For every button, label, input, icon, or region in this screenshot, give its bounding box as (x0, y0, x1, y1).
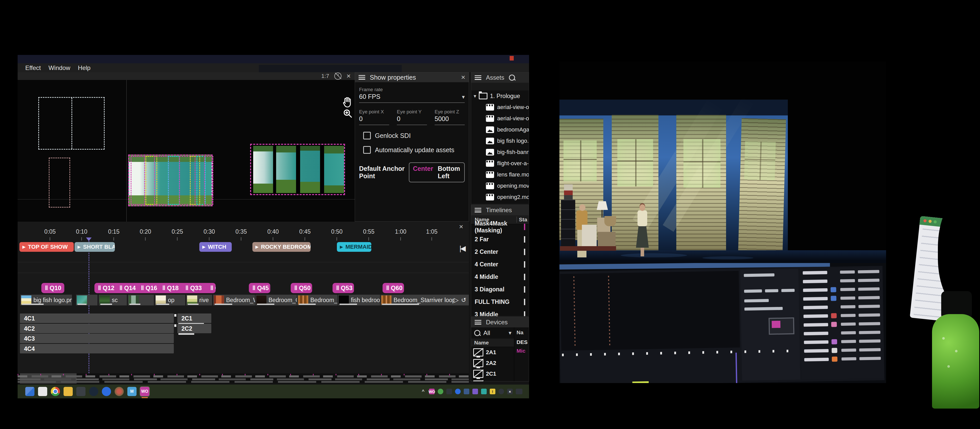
system-tray-icon-tray-green[interactable] (438, 389, 443, 394)
media-clip[interactable]: op ▷ ↺ (154, 295, 185, 305)
media-clip[interactable]: Bedroom_Ca ▷ ↺ (255, 295, 297, 305)
display-region-outline[interactable] (154, 156, 169, 205)
menu-item[interactable]: Help (78, 64, 90, 72)
panel-menu-icon[interactable] (475, 320, 481, 325)
display-region-outline[interactable] (130, 156, 145, 205)
display-region-outline[interactable] (204, 156, 213, 205)
track-block[interactable]: 4C3 (20, 334, 174, 343)
menu-item[interactable]: Window (48, 64, 70, 72)
river-media-layer-sliced[interactable] (250, 144, 345, 195)
river-media-layer[interactable] (128, 155, 213, 206)
system-tray-icon-tray-warning[interactable]: ! (490, 389, 495, 394)
asset-item-flight-over-a-mou[interactable]: flight-over-a-mou (471, 158, 529, 169)
cue-pause-block[interactable]: ‖ Q10 (41, 283, 64, 293)
media-clip[interactable]: rive ▷ ↺ (186, 295, 212, 305)
system-tray-icon-tray-bluetooth[interactable] (455, 389, 461, 394)
taskbar-icon-media-app[interactable] (115, 387, 124, 396)
asset-item-bedroomAgainC[interactable]: bedroomAgainC (471, 124, 529, 136)
playhead-line[interactable] (89, 241, 89, 373)
media-clip[interactable]: ▷ ↺ (76, 295, 97, 305)
asset-folder-row[interactable]: ▾ 1. Prologue (471, 90, 529, 102)
device-row-2C2[interactable]: 2C2 (471, 379, 514, 381)
devices-right-col-header[interactable]: Na (517, 329, 523, 335)
asset-item-aerial-view-of-stu[interactable]: aerial-view-of-stu (471, 113, 529, 124)
eye-point-x-field[interactable]: Eye point X 0 (359, 109, 389, 125)
asset-item-aerial-view-of-a-c[interactable]: aerial-view-of-a-c (471, 102, 529, 113)
system-tray-icon-tray-camera[interactable] (446, 389, 452, 394)
media-clip[interactable]: ▷ ↺ (127, 295, 154, 305)
anchor-point-segmented-control[interactable]: Center Bottom Left (409, 163, 465, 182)
cue-pause-block[interactable]: ‖ Q60 (383, 283, 404, 293)
menu-item[interactable]: Effect (25, 64, 41, 72)
checkbox-icon[interactable] (363, 146, 371, 154)
device-row-2C1[interactable]: 2C1 (471, 368, 514, 379)
timeline-overview-strip[interactable] (18, 373, 469, 384)
system-tray-icon-tray-teal[interactable] (481, 389, 487, 394)
media-clip[interactable]: Bedroom_S ▷ ↺ (297, 295, 337, 305)
media-clip[interactable]: fish bedroom 2 ▷ ↺ (337, 295, 380, 305)
taskbar-icon-m-app[interactable]: M (127, 387, 137, 396)
track-block[interactable]: 4C4 (20, 344, 174, 353)
asset-item-opening.mov[interactable]: opening.mov (471, 180, 529, 191)
device-row-2A1[interactable]: 2A1 (471, 347, 514, 358)
system-tray-icon-tray-purple[interactable] (473, 389, 478, 394)
timeline-close-button[interactable]: × (459, 223, 463, 230)
taskbar-icon-start[interactable] (25, 387, 35, 396)
devices-filter[interactable]: All ▾ (471, 327, 514, 339)
anchor-center-option[interactable]: Center (413, 165, 433, 180)
track-block-2c[interactable]: 2C2 (177, 324, 211, 333)
cue-label-chip[interactable]: ▶ TOP OF SHOW (19, 242, 74, 252)
anchor-bottom-left-option[interactable]: Bottom Left (438, 165, 461, 180)
asset-item-big fish logo.png[interactable]: big fish logo.png (471, 136, 529, 147)
cue-pause-block[interactable]: ‖ Q53 (332, 283, 354, 293)
panel-menu-icon[interactable] (475, 208, 481, 212)
eye-point-y-field[interactable]: Eye point Y 0 (397, 109, 427, 125)
panel-menu-icon[interactable] (475, 75, 481, 80)
clip-play-icon[interactable]: ▷ (454, 297, 458, 304)
taskbar-icon-shield-app[interactable] (76, 387, 86, 396)
track-block[interactable]: 4C1 (20, 314, 174, 323)
asset-item-lens flare.mov[interactable]: lens flare.mov (471, 169, 529, 180)
media-clip[interactable]: Bedroom_Witch_S ▷ ↺ (213, 295, 255, 305)
system-tray-icon-tray-battery[interactable] (516, 389, 522, 394)
skip-to-start-icon[interactable]: |◀ (460, 244, 465, 252)
checkbox-icon[interactable] (363, 132, 371, 139)
frame-rate-field[interactable]: Frame rate 60 FPS ▾ (359, 87, 465, 103)
screen-outline-tall[interactable] (49, 158, 70, 207)
cue-pause-block[interactable]: ‖ Q45 (249, 283, 270, 293)
cue-label-chip[interactable]: ▶ MERMAID (337, 242, 371, 252)
eye-point-z-field[interactable]: Eye point Z 5000 (434, 109, 465, 125)
clip-loop-icon[interactable]: ↺ (461, 297, 466, 304)
media-clip[interactable]: big fish logo.pn ▷ ↺ (20, 295, 72, 305)
device-row-2A2[interactable]: 2A2 (471, 358, 514, 368)
cue-label-chip[interactable]: ▶ ROCKY BEDROOM (252, 242, 310, 252)
track-block-2c[interactable]: 2C1 (177, 314, 211, 323)
search-icon[interactable] (509, 75, 515, 81)
timer-icon[interactable] (334, 73, 342, 80)
cue-label-chip[interactable]: ▶ SHORT BLACKOUT (75, 242, 115, 252)
timeline-row-4 Center[interactable]: 4 Center (471, 258, 529, 271)
asset-item-opening2.mov[interactable]: opening2.mov (471, 191, 529, 203)
pan-hand-tool[interactable] (342, 97, 352, 109)
taskbar-icon-steam[interactable] (89, 387, 98, 396)
system-tray-icon-tray-wifi[interactable] (498, 389, 504, 394)
timeline-row-3 Middle[interactable]: 3 Middle (471, 308, 529, 316)
system-tray-icon-tray-volume-muted[interactable]: × (507, 389, 513, 394)
playhead-handle[interactable] (86, 238, 92, 241)
timeline-row-Mask4Mask (Masking)[interactable]: Mask4Mask (Masking) (471, 221, 529, 233)
timeline-row-2 Far[interactable]: 2 Far (471, 233, 529, 246)
display-region-outline[interactable] (168, 156, 180, 205)
timeline-dock[interactable]: × |◀ 0:05 0:10 0:15 0:20 0:25 (18, 222, 469, 373)
timeline-row-FULL THING[interactable]: FULL THING (471, 296, 529, 308)
cue-label-chip[interactable]: ▶ WITCH (199, 242, 232, 252)
auto-update-checkbox-row[interactable]: Automatically update assets (363, 146, 465, 154)
canvas-close-button[interactable]: × (347, 73, 351, 80)
taskbar-icon-document-app[interactable] (38, 387, 47, 396)
media-clip[interactable]: sc ▷ ↺ (98, 295, 127, 305)
devices-column-header[interactable]: Name (471, 339, 514, 347)
cue-pause-block[interactable]: ‖ Q50 (291, 283, 312, 293)
system-tray-icon-tray-watchout[interactable]: WO (429, 389, 434, 394)
twisty-icon[interactable]: ▾ (474, 93, 476, 99)
taskbar-icon-file-explorer[interactable] (64, 387, 73, 396)
timeline-row-2 Center[interactable]: 2 Center (471, 246, 529, 258)
